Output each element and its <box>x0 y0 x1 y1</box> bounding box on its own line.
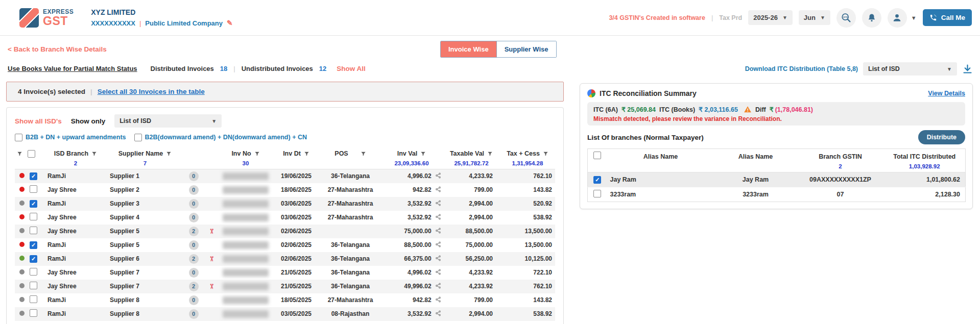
edit-pencil-icon[interactable]: ✎ <box>227 19 233 27</box>
notifications-button[interactable] <box>862 8 881 28</box>
filter-icon[interactable] <box>304 151 309 157</box>
isd-list-dropdown[interactable]: List of ISD ▼ <box>114 114 222 128</box>
scissors-icon[interactable]: ✂ <box>208 229 216 234</box>
col-label-alias-2: Alias Name <box>738 153 773 160</box>
download-itc-distribution-link[interactable]: Download ITC Distribution (Table 5,8) <box>745 65 858 72</box>
invoice-no-redacted <box>223 241 269 249</box>
chevron-down-icon[interactable]: ▼ <box>911 15 917 21</box>
col-label-inv-dt: Inv Dt <box>283 150 301 157</box>
tax-cess-cell: 520.92 <box>500 197 555 211</box>
amendment-count-badge[interactable]: 2 <box>189 282 199 291</box>
taxable-val-cell: 799.00 <box>443 293 500 307</box>
amendment-count-badge[interactable]: 2 <box>189 254 199 264</box>
row-checkbox[interactable] <box>30 282 37 289</box>
amendment-count-badge[interactable]: 0 <box>189 213 199 222</box>
row-checkbox[interactable] <box>30 295 37 303</box>
amendment-count-badge[interactable]: 0 <box>189 185 199 195</box>
select-all-checkbox[interactable] <box>28 150 35 158</box>
distribute-button[interactable]: Distribute <box>918 130 965 144</box>
filter-icon[interactable] <box>17 151 22 157</box>
select-all-invoices-link[interactable]: Select all 30 Invoices in the table <box>98 88 205 95</box>
row-checkbox[interactable] <box>30 185 37 193</box>
pos-cell: 36-Telangana <box>320 169 380 183</box>
isd-filter-row: Show all ISD's Show only List of ISD ▼ <box>15 114 555 128</box>
gstin-status-link[interactable]: 3/4 GSTIN's Created in software <box>609 14 705 21</box>
row-checkbox[interactable]: ✓ <box>30 241 37 249</box>
row-checkbox[interactable]: ✓ <box>30 255 37 263</box>
scissors-icon[interactable]: ✂ <box>208 256 216 262</box>
filter-icon[interactable] <box>420 151 426 157</box>
itc-6a-value: ₹ 25,069.84 <box>622 106 656 113</box>
isd-branch-cell: Jay Shree <box>44 211 107 225</box>
amendment-count-badge[interactable]: 0 <box>189 268 199 278</box>
isd-branch-cell: Jay Shree <box>44 225 107 238</box>
share-icon[interactable] <box>435 228 441 234</box>
b2b-downward-checkbox[interactable] <box>134 134 142 141</box>
call-me-button[interactable]: Call Me <box>923 9 972 26</box>
filter-icon[interactable] <box>254 151 260 157</box>
download-icon[interactable] <box>962 64 973 74</box>
b2b-upward-checkbox[interactable] <box>15 134 22 141</box>
branches-select-all-checkbox[interactable] <box>593 152 601 159</box>
row-checkbox[interactable] <box>30 227 37 234</box>
branch-checkbox[interactable] <box>593 190 601 197</box>
col-count-branch-gstin: 2 <box>797 162 884 172</box>
row-checkbox[interactable] <box>30 309 37 317</box>
inv-dt-cell: 03/06/2025 <box>272 197 320 211</box>
status-dot-grey <box>19 269 25 275</box>
scissors-icon[interactable]: ✂ <box>208 284 216 289</box>
invoice-table: ISD Branch 2 Supplier Name 7 Inv No 30 I… <box>15 147 555 321</box>
invoice-no-redacted <box>223 228 269 235</box>
inv-dt-cell: 02/06/2025 <box>272 252 320 266</box>
share-icon[interactable] <box>435 310 441 316</box>
month-dropdown[interactable]: Jun ▼ <box>799 10 830 25</box>
view-details-link[interactable]: View Details <box>928 90 965 97</box>
express-gst-logo[interactable]: EXPRESS GST <box>19 8 74 28</box>
total-itc-cell: 1,01,800.62 <box>884 172 966 187</box>
filter-icon[interactable] <box>487 151 493 157</box>
use-books-value-link[interactable]: Use Books Value for Partial Match Status <box>8 65 137 72</box>
user-menu-button[interactable] <box>888 8 907 28</box>
share-icon[interactable] <box>435 172 441 179</box>
show-all-link[interactable]: Show All <box>337 65 366 72</box>
filter-icon[interactable] <box>166 151 172 157</box>
row-checkbox[interactable] <box>30 268 37 276</box>
filter-icon[interactable] <box>361 151 366 157</box>
share-icon[interactable] <box>435 296 441 303</box>
amendment-count-badge[interactable]: 0 <box>189 171 199 181</box>
tab-invoice-wise[interactable]: Invoice Wise <box>441 41 496 57</box>
share-icon[interactable] <box>435 200 441 206</box>
branch-checkbox[interactable]: ✓ <box>593 176 601 184</box>
amendment-count-badge[interactable]: 0 <box>189 240 199 250</box>
filter-icon[interactable] <box>91 151 97 157</box>
share-icon[interactable] <box>435 269 441 275</box>
amendment-count-badge[interactable]: 0 <box>189 199 199 209</box>
back-to-branch-link[interactable]: < Back to Branch Wise Details <box>8 45 107 53</box>
filter-icon[interactable] <box>543 151 548 157</box>
amendment-count-badge[interactable]: 0 <box>189 309 199 319</box>
share-icon[interactable] <box>435 241 441 247</box>
row-checkbox[interactable]: ✓ <box>30 172 37 180</box>
share-icon[interactable] <box>435 255 441 261</box>
branches-table-header: Alias Name Alias Name Branch GSTIN 2 Tot… <box>588 149 966 172</box>
col-count-isd-branch: 2 <box>44 159 107 169</box>
col-label-tax-cess: Tax + Cess <box>507 150 540 157</box>
gstin-search-button[interactable]: GSTIN <box>836 8 856 28</box>
amendment-count-badge[interactable]: 2 <box>189 227 199 236</box>
col-inv-val: Inv Val 23,09,336.60 <box>380 147 443 169</box>
share-icon[interactable] <box>435 186 441 192</box>
share-icon[interactable] <box>435 214 441 220</box>
status-dot-grey <box>19 297 25 302</box>
diff-currency: ₹ <box>770 106 774 113</box>
amendment-count-badge[interactable]: 0 <box>189 295 199 305</box>
year-dropdown[interactable]: 2025-26 ▼ <box>748 10 793 25</box>
download-isd-dropdown[interactable]: List of ISD ▼ <box>863 62 957 76</box>
show-all-isds-link[interactable]: Show all ISD's <box>15 117 62 125</box>
col-alias-name-1: Alias Name <box>607 149 714 172</box>
row-checkbox[interactable] <box>30 213 37 220</box>
itc-panel-title: ITC Reconciliation Summary <box>600 89 697 97</box>
tab-supplier-wise[interactable]: Supplier Wise <box>496 41 556 57</box>
taxable-val-cell: 2,994.00 <box>443 197 500 211</box>
share-icon[interactable] <box>435 283 441 289</box>
row-checkbox[interactable]: ✓ <box>30 200 37 208</box>
